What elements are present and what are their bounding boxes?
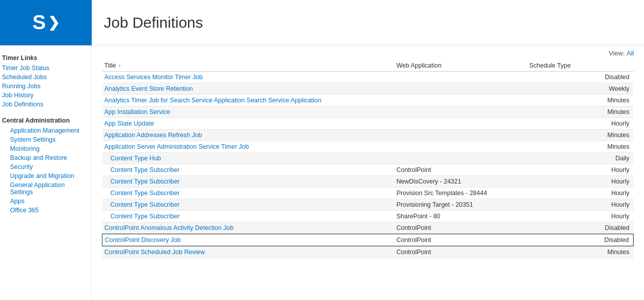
job-webapp bbox=[395, 118, 528, 130]
main-content: View: All Title ↑ Web Application Schedu… bbox=[92, 45, 644, 300]
table-row: Application Server Administration Servic… bbox=[102, 141, 633, 153]
job-webapp bbox=[395, 106, 528, 118]
table-row: ControlPoint Discovery JobControlPointDi… bbox=[102, 234, 633, 246]
col-header-title: Title ↑ bbox=[102, 60, 395, 72]
job-webapp: ControlPoint bbox=[395, 222, 528, 234]
job-schedule: Minutes bbox=[527, 246, 633, 258]
job-webapp: ControlPoint bbox=[395, 234, 528, 246]
table-row: Analytics Timer Job for Search Service A… bbox=[102, 95, 633, 106]
sidebar-link-scheduled-jobs[interactable]: Scheduled Jobs bbox=[0, 73, 91, 82]
job-schedule: Weekly bbox=[527, 83, 633, 95]
table-row: Analytics Event Store RetentionWeekly bbox=[102, 83, 633, 95]
job-title-link[interactable]: App State Update bbox=[104, 120, 154, 127]
sharepoint-logo: S ❯ bbox=[32, 11, 59, 34]
logo-letter: S bbox=[32, 11, 46, 34]
job-webapp bbox=[395, 95, 528, 106]
job-schedule: Hourly bbox=[527, 188, 633, 199]
table-row: Content Type SubscriberControlPointHourl… bbox=[102, 164, 633, 176]
table-row: Content Type HubDaily bbox=[102, 153, 633, 164]
job-schedule: Daily bbox=[527, 153, 633, 164]
table-header-row: Title ↑ Web Application Schedule Type bbox=[102, 60, 633, 72]
job-title-link[interactable]: Access Services Monitor Timer Job bbox=[104, 74, 203, 81]
sidebar-link-running-jobs[interactable]: Running Jobs bbox=[0, 82, 91, 91]
body-layout: Timer Links Timer Job Status Scheduled J… bbox=[0, 45, 644, 300]
table-row: Access Services Monitor Timer JobDisable… bbox=[102, 72, 633, 83]
col-header-schedule: Schedule Type bbox=[527, 60, 633, 72]
sidebar-item-app-management[interactable]: Application Management bbox=[0, 126, 91, 135]
sidebar-item-security[interactable]: Security bbox=[0, 162, 91, 171]
job-webapp bbox=[395, 141, 528, 153]
table-row: Content Type SubscriberProvisioning Targ… bbox=[102, 199, 633, 211]
table-row: Content Type SubscriberProvision Src Tem… bbox=[102, 188, 633, 199]
job-schedule: Hourly bbox=[527, 164, 633, 176]
job-schedule: Hourly bbox=[527, 199, 633, 211]
job-title-link[interactable]: Application Addresses Refresh Job bbox=[104, 132, 202, 139]
job-title-link[interactable]: Content Type Subscriber bbox=[110, 201, 179, 208]
sidebar-item-monitoring[interactable]: Monitoring bbox=[0, 144, 91, 153]
sidebar-item-system-settings[interactable]: System Settings bbox=[0, 135, 91, 144]
sidebar-link-timer-job-status[interactable]: Timer Job Status bbox=[0, 64, 91, 73]
sidebar-item-backup-restore[interactable]: Backup and Restore bbox=[0, 153, 91, 162]
view-all-link[interactable]: All bbox=[627, 49, 634, 57]
job-title-link[interactable]: ControlPoint Discovery Job bbox=[105, 236, 181, 244]
sidebar-item-office365[interactable]: Office 365 bbox=[0, 206, 91, 215]
sidebar-item-upgrade-migration[interactable]: Upgrade and Migration bbox=[0, 171, 91, 181]
sidebar-section-timer-links: Timer Links bbox=[0, 51, 91, 64]
job-title-link[interactable]: App Installation Service bbox=[104, 108, 170, 115]
job-webapp: Provision Src Templates - 28444 bbox=[395, 188, 528, 199]
table-row: ControlPoint Scheduled Job ReviewControl… bbox=[102, 246, 633, 258]
sidebar-link-job-definitions[interactable]: Job Definitions bbox=[0, 100, 91, 109]
sidebar-divider bbox=[0, 109, 91, 113]
job-schedule: Disabled bbox=[527, 72, 633, 83]
table-row: Content Type SubscriberSharePoint - 80Ho… bbox=[102, 211, 633, 222]
job-webapp bbox=[395, 83, 528, 95]
job-webapp bbox=[395, 130, 528, 141]
job-title-link[interactable]: Content Type Hub bbox=[110, 155, 161, 162]
job-schedule: Disabled bbox=[527, 222, 633, 234]
job-webapp bbox=[395, 72, 528, 83]
job-webapp: SharePoint - 80 bbox=[395, 211, 528, 222]
table-row: Content Type SubscriberNewDisCovery - 24… bbox=[102, 176, 633, 188]
job-schedule: Minutes bbox=[527, 141, 633, 153]
sidebar-section-central-admin: Central Administration bbox=[0, 113, 91, 126]
job-title-link[interactable]: ControlPoint Scheduled Job Review bbox=[104, 249, 205, 256]
job-title-link[interactable]: Content Type Subscriber bbox=[110, 213, 179, 220]
job-webapp: Provisioning Target - 20351 bbox=[395, 199, 528, 211]
job-webapp: NewDisCovery - 24321 bbox=[395, 176, 528, 188]
logo-box: S ❯ bbox=[0, 0, 92, 45]
job-title-link[interactable]: Analytics Timer Job for Search Service A… bbox=[104, 97, 321, 104]
job-webapp: ControlPoint bbox=[395, 164, 528, 176]
job-title-link[interactable]: ControlPoint Anomalous Activity Detectio… bbox=[104, 224, 233, 231]
page-header: S ❯ Job Definitions bbox=[0, 0, 644, 45]
view-bar: View: All bbox=[102, 45, 634, 60]
page-title: Job Definitions bbox=[92, 14, 203, 31]
logo-icon: ❯ bbox=[48, 14, 59, 31]
table-row: App State UpdateHourly bbox=[102, 118, 633, 130]
job-title-link[interactable]: Analytics Event Store Retention bbox=[104, 85, 193, 92]
job-webapp: ControlPoint bbox=[395, 246, 528, 258]
job-schedule: Hourly bbox=[527, 176, 633, 188]
job-schedule: Hourly bbox=[527, 211, 633, 222]
sidebar-link-job-history[interactable]: Job History bbox=[0, 91, 91, 100]
schedule-circled-badge: Disabled bbox=[604, 236, 629, 244]
job-schedule: Minutes bbox=[527, 106, 633, 118]
job-schedule: Hourly bbox=[527, 118, 633, 130]
job-title-link[interactable]: Content Type Subscriber bbox=[110, 166, 179, 173]
job-title-link[interactable]: Application Server Administration Servic… bbox=[104, 143, 249, 150]
jobs-table: Title ↑ Web Application Schedule Type Ac… bbox=[102, 60, 634, 258]
col-header-webapp: Web Application bbox=[395, 60, 528, 72]
job-schedule: Minutes bbox=[527, 95, 633, 106]
table-row: Application Addresses Refresh JobMinutes bbox=[102, 130, 633, 141]
job-schedule: Minutes bbox=[527, 130, 633, 141]
table-row: ControlPoint Anomalous Activity Detectio… bbox=[102, 222, 633, 234]
sort-arrow-title: ↑ bbox=[117, 63, 121, 69]
job-schedule: Disabled bbox=[527, 234, 633, 246]
sidebar: Timer Links Timer Job Status Scheduled J… bbox=[0, 45, 92, 300]
sidebar-item-apps[interactable]: Apps bbox=[0, 197, 91, 206]
job-webapp bbox=[395, 153, 528, 164]
sidebar-item-general-app-settings[interactable]: General Application Settings bbox=[0, 181, 91, 197]
table-row: App Installation ServiceMinutes bbox=[102, 106, 633, 118]
view-label: View: bbox=[609, 49, 625, 57]
job-title-link[interactable]: Content Type Subscriber bbox=[110, 190, 179, 197]
job-title-link[interactable]: Content Type Subscriber bbox=[110, 178, 179, 185]
